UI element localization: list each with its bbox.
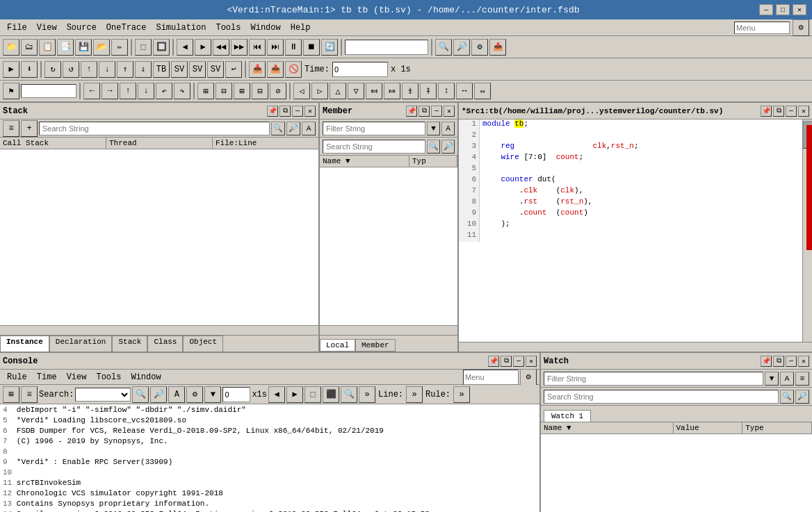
toolbar-btn7[interactable]: ✏️ — [111, 39, 128, 56]
menu-tools[interactable]: Tools — [211, 22, 245, 34]
tab-class[interactable]: Class — [147, 336, 183, 352]
console-float-btn[interactable]: ⧉ — [501, 356, 512, 367]
maximize-button[interactable]: □ — [776, 4, 790, 15]
toolbar-export-btn[interactable]: 📤 — [489, 39, 506, 56]
console-menu-time[interactable]: Time — [33, 371, 61, 383]
tab-declaration[interactable]: Declaration — [49, 336, 113, 352]
watch-min-btn[interactable]: — — [786, 356, 797, 367]
toolbar3-btn21[interactable]: ↕ — [438, 83, 455, 99]
toolbar2-btn16[interactable]: 🚫 — [285, 61, 302, 78]
toolbar3-btn11[interactable]: ⊟ — [252, 83, 268, 99]
toolbar-btn14[interactable]: ⏮ — [249, 39, 266, 56]
menu-view[interactable]: View — [33, 22, 61, 34]
console-tb-btn2[interactable]: ≡ — [21, 386, 38, 403]
toolbar3-btn16[interactable]: ▽ — [348, 83, 364, 99]
menu-help[interactable]: Help — [286, 22, 315, 34]
toolbar-btn17[interactable]: ⏹ — [303, 39, 320, 56]
console-menu-rule[interactable]: Rule — [3, 371, 31, 383]
toolbar3-btn12[interactable]: ⊘ — [270, 83, 286, 99]
menu-simulation[interactable]: Simulation — [152, 22, 210, 34]
console-close-btn[interactable]: ✕ — [526, 356, 537, 367]
toolbar2-btn1[interactable]: ▶ — [3, 61, 19, 78]
source-close-btn[interactable]: ✕ — [798, 106, 809, 117]
toolbar3-btn6[interactable]: ↶ — [156, 83, 172, 99]
member-float-btn[interactable]: ⧉ — [419, 106, 430, 117]
time-input[interactable] — [332, 62, 388, 77]
toolbar-btn5[interactable]: 💾 — [75, 39, 92, 56]
member-filter-input[interactable] — [323, 122, 425, 135]
toolbar-btn3[interactable]: 📋 — [39, 39, 56, 56]
member-min-btn[interactable]: — — [431, 106, 442, 117]
console-filter-btn[interactable]: ▼ — [204, 386, 221, 403]
toolbar-search-btn[interactable]: 🔍 — [435, 39, 452, 56]
toolbar3-btn9[interactable]: ⊟ — [216, 83, 232, 99]
toolbar-btn11[interactable]: ▶ — [195, 39, 211, 56]
console-search-regex-btn[interactable]: ⚙ — [186, 386, 203, 403]
tab-stack[interactable]: Stack — [112, 336, 147, 352]
member-filter-opt-btn[interactable]: A — [441, 122, 455, 135]
toolbar3-btn4[interactable]: ↑ — [120, 83, 136, 99]
toolbar2-btn14[interactable]: 📥 — [249, 61, 266, 78]
toolbar3-btn22[interactable]: ↔ — [456, 83, 473, 99]
tab-member[interactable]: Member — [355, 339, 396, 352]
toolbar-btn4[interactable]: 📑 — [57, 39, 74, 56]
toolbar3-btn8[interactable]: ⊞ — [197, 83, 214, 99]
stack-hscroll[interactable] — [0, 325, 318, 335]
console-menu-view[interactable]: View — [63, 371, 91, 383]
stack-search-adv-btn[interactable]: 🔎 — [286, 122, 300, 135]
menu-search-btn[interactable]: ⚙ — [793, 19, 809, 36]
console-play-btn[interactable]: ▶ — [286, 386, 303, 403]
toolbar2-btn10[interactable]: SV — [171, 61, 188, 78]
toolbar2-btn7[interactable]: ⇑ — [117, 61, 133, 78]
console-menu-tools[interactable]: Tools — [92, 371, 125, 383]
source-float-btn[interactable]: ⧉ — [773, 106, 784, 117]
toolbar2-btn2[interactable]: ⬇ — [21, 61, 38, 78]
toolbar-open-btn[interactable]: 🗂 — [21, 39, 38, 56]
toolbar-btn12[interactable]: ◀◀ — [213, 39, 229, 56]
console-pin-btn[interactable]: 📌 — [488, 356, 499, 367]
toolbar-dropdown1[interactable] — [345, 40, 428, 55]
source-pin-btn[interactable]: 📌 — [761, 106, 772, 117]
toolbar3-btn19[interactable]: ⤈ — [402, 83, 419, 99]
watch-tab-1[interactable]: Watch 1 — [544, 410, 591, 422]
toolbar-copy-btn[interactable]: ⬚ — [135, 39, 152, 56]
watch-float-btn[interactable]: ⧉ — [773, 356, 784, 367]
console-content[interactable]: 4 debImport "-i" "-simflow" "-dbdir" "./… — [0, 404, 539, 512]
minimize-button[interactable]: — — [759, 4, 773, 15]
console-prev-btn[interactable]: ◀ — [268, 386, 285, 403]
console-line-input[interactable] — [222, 387, 250, 402]
member-filter-btn[interactable]: ▼ — [427, 122, 440, 135]
console-search-case-btn[interactable]: A — [168, 386, 185, 403]
toolbar-btn13[interactable]: ▶▶ — [231, 39, 247, 56]
console-btn3[interactable]: ⬚ — [304, 386, 321, 403]
toolbar3-btn18[interactable]: ⤇ — [384, 83, 400, 99]
console-search-btn[interactable]: 🔍 — [132, 386, 149, 403]
watch-filter-opt2-btn[interactable]: ≡ — [795, 372, 809, 386]
toolbar3-dropdown1[interactable] — [21, 84, 76, 98]
toolbar3-btn17[interactable]: ⤆ — [366, 83, 382, 99]
toolbar2-btn8[interactable]: ⇓ — [135, 61, 152, 78]
console-btn4[interactable]: ⬛ — [323, 386, 339, 403]
toolbar3-btn1[interactable]: ⚑ — [3, 83, 19, 99]
watch-search-adv-btn[interactable]: 🔎 — [795, 390, 809, 404]
watch-filter-btn[interactable]: ▼ — [765, 372, 779, 386]
toolbar2-btn9[interactable]: TB — [153, 61, 170, 78]
source-hscroll[interactable] — [459, 342, 812, 352]
member-search-input[interactable] — [323, 140, 425, 154]
toolbar3-btn23[interactable]: ⇔ — [474, 83, 491, 99]
toolbar3-btn10[interactable]: ⊞ — [234, 83, 250, 99]
toolbar-settings-btn[interactable]: ⚙ — [471, 39, 488, 56]
toolbar-btn16[interactable]: ⏸ — [285, 39, 302, 56]
member-search-exec-btn[interactable]: 🔍 — [427, 140, 440, 154]
console-zoom-btn[interactable]: 🔍 — [341, 386, 357, 403]
menu-onetrace[interactable]: OneTrace — [102, 22, 151, 34]
tab-instance[interactable]: Instance — [0, 336, 49, 352]
toolbar3-btn5[interactable]: ↓ — [138, 83, 154, 99]
menu-source[interactable]: Source — [63, 22, 101, 34]
toolbar3-btn20[interactable]: ⤉ — [420, 83, 437, 99]
watch-search-exec-btn[interactable]: 🔍 — [780, 390, 794, 404]
toolbar-btn15[interactable]: ⏭ — [267, 39, 284, 56]
toolbar-btn18[interactable]: 🔄 — [321, 39, 338, 56]
stack-search-icon-btn[interactable]: ≡ — [3, 120, 19, 137]
watch-filter-input[interactable] — [544, 372, 763, 386]
